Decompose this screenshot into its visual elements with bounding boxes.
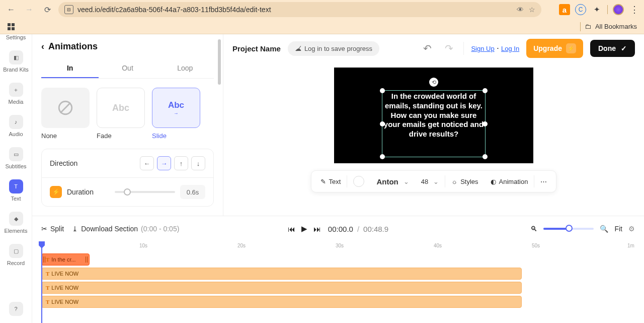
upgrade-button[interactable]: Upgrade⚡ — [526, 39, 583, 58]
bolt-icon: ⚡ — [50, 186, 62, 198]
tab-loop[interactable]: Loop — [156, 59, 214, 78]
sidebar-item-help[interactable]: ? — [0, 300, 32, 318]
resize-handle[interactable] — [380, 121, 385, 126]
sidebar-item-settings[interactable]: Settings — [0, 34, 32, 42]
animation-fade[interactable]: Abc — [97, 88, 145, 128]
resize-handle[interactable] — [482, 88, 488, 93]
sidebar-item-brand-kits[interactable]: ◧Brand Kits — [0, 48, 32, 75]
cloud-off-icon: ☁̸ — [295, 45, 301, 52]
styles-button[interactable]: ☼Styles — [445, 174, 484, 189]
skip-forward-button[interactable]: ⏭ — [313, 225, 321, 233]
duration-label: Duration — [67, 188, 94, 196]
project-name[interactable]: Project Name — [232, 44, 281, 53]
subtitles-icon: ▭ — [9, 147, 23, 161]
divider — [580, 22, 581, 31]
extensions-icon[interactable]: ✦ — [591, 4, 602, 15]
zoom-in-button[interactable]: 🔍 — [600, 225, 608, 233]
camera-icon: ▢ — [9, 244, 23, 258]
sidebar-item-audio[interactable]: ♪Audio — [0, 113, 32, 139]
font-size[interactable]: 48⌄ — [415, 174, 445, 189]
video-canvas[interactable]: In the crowded world of emails, standing… — [334, 68, 533, 163]
sidebar-item-elements[interactable]: ◆Elements — [0, 210, 32, 236]
reload-button[interactable]: ⟳ — [40, 3, 54, 17]
sidebar-item-record[interactable]: ▢Record — [0, 242, 32, 268]
resize-handle[interactable] — [482, 121, 488, 126]
font-picker[interactable]: Anton⌄ — [370, 174, 415, 189]
timeline-clip[interactable]: TLIVE NOW — [41, 296, 522, 308]
back-chevron-icon[interactable]: ‹ — [41, 41, 44, 52]
forward-button[interactable]: → — [22, 3, 36, 17]
resize-handle[interactable] — [380, 154, 385, 159]
split-button[interactable]: ✂Split — [41, 225, 64, 233]
fit-button[interactable]: Fit — [614, 225, 622, 233]
all-bookmarks-link[interactable]: All Bookmarks — [595, 23, 637, 30]
tab-in[interactable]: In — [41, 59, 99, 78]
duration-value[interactable]: 0.6s — [180, 185, 205, 199]
playhead[interactable] — [41, 241, 42, 323]
text-tool[interactable]: ✎Text — [314, 174, 347, 189]
svg-line-5 — [60, 103, 70, 113]
svg-rect-3 — [12, 27, 15, 30]
timeline-clip-selected[interactable]: TIn the cr... — [41, 253, 90, 266]
dots-icon: ⋯ — [540, 178, 547, 185]
direction-right[interactable]: → — [157, 156, 171, 170]
resize-handle[interactable] — [380, 88, 385, 93]
undo-button[interactable]: ↶ — [420, 42, 435, 54]
zoom-out-button[interactable]: 🔍︎ — [530, 225, 537, 233]
timeline-clip[interactable]: TLIVE NOW — [41, 268, 522, 280]
site-settings-icon[interactable]: ⊟ — [64, 5, 73, 14]
eye-off-icon[interactable]: 👁 — [517, 6, 524, 14]
signup-link[interactable]: Sign Up — [471, 45, 494, 52]
resize-handle[interactable] — [482, 154, 488, 159]
done-button[interactable]: Done✓ — [590, 40, 635, 57]
plus-icon: ＋ — [9, 83, 23, 97]
timeline-clip[interactable]: TLIVE NOW — [41, 282, 522, 294]
download-section-button[interactable]: ⤓Download Section (0:00 - 0:05) — [72, 225, 179, 233]
animation-button[interactable]: ◐Animation — [485, 174, 534, 189]
redo-button[interactable]: ↷ — [442, 42, 456, 54]
timeline-ruler[interactable]: 10s 20s 30s 40s 50s 1m — [41, 241, 635, 251]
shapes-icon: ◆ — [9, 212, 23, 226]
timeline[interactable]: 10s 20s 30s 40s 50s 1m TIn the cr... TLI… — [32, 241, 644, 323]
text-color[interactable] — [347, 174, 370, 189]
animation-none[interactable] — [41, 88, 90, 128]
duration-slider[interactable] — [115, 191, 175, 193]
direction-left[interactable]: ← — [140, 156, 154, 170]
text-selection-box[interactable]: ⟲ — [382, 90, 486, 157]
arrow-right-icon: → — [174, 110, 179, 116]
extension-c-icon[interactable]: C — [575, 4, 586, 15]
extension-a-icon[interactable]: a — [559, 4, 570, 15]
animation-slide[interactable]: Abc → — [152, 88, 200, 128]
rotate-handle[interactable]: ⟲ — [429, 78, 438, 87]
skip-back-button[interactable]: ⏮ — [288, 225, 295, 233]
text-icon: T — [46, 256, 49, 263]
direction-down[interactable]: ↓ — [191, 156, 205, 170]
bookmarks-bar: 🗀 All Bookmarks — [0, 19, 644, 34]
star-icon[interactable]: ☆ — [529, 6, 535, 14]
sidebar-item-text[interactable]: TText — [0, 177, 32, 204]
direction-up[interactable]: ↑ — [174, 156, 188, 170]
login-hint[interactable]: ☁̸ Log in to save progress — [288, 41, 379, 56]
zoom-slider[interactable] — [543, 228, 594, 230]
time-display: 00:00.0 / 00:48.9 — [328, 225, 388, 233]
sparkle-icon: ☼ — [451, 178, 457, 185]
sidebar-item-subtitles[interactable]: ▭Subtitles — [0, 145, 32, 171]
profile-avatar[interactable] — [613, 4, 624, 15]
apps-icon[interactable] — [7, 23, 15, 31]
none-icon — [57, 99, 74, 116]
more-button[interactable]: ⋯ — [534, 174, 553, 189]
login-link[interactable]: Log In — [501, 45, 519, 52]
divider — [607, 5, 608, 14]
sidebar-item-media[interactable]: ＋Media — [0, 81, 32, 107]
check-icon: ✓ — [621, 44, 627, 52]
bolt-icon: ⚡ — [566, 43, 576, 53]
svg-rect-2 — [8, 27, 11, 30]
url-bar[interactable]: ⊟ veed.io/edit/c2a6a9ba-506f-44a7-a803-1… — [58, 2, 541, 17]
music-note-icon: ♪ — [9, 115, 23, 129]
browser-menu-icon[interactable]: ⋮ — [629, 4, 640, 15]
timeline-settings-button[interactable]: ⚙ — [628, 225, 635, 233]
tab-out[interactable]: Out — [99, 59, 156, 78]
play-button[interactable]: ▶ — [301, 224, 307, 233]
pencil-icon: ✎ — [320, 178, 326, 185]
back-button[interactable]: ← — [4, 3, 18, 17]
